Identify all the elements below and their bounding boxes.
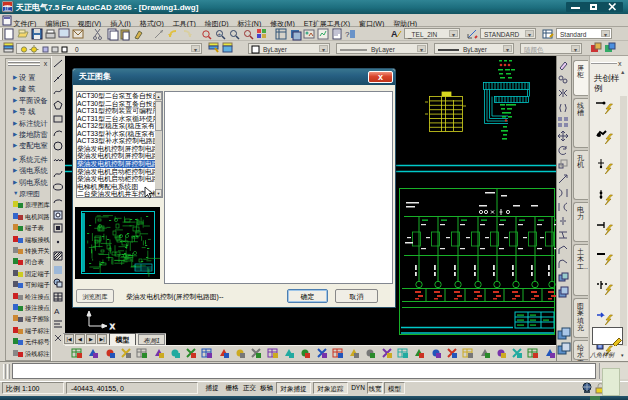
svg-text:正: 正 [4,4,11,11]
svg-text:X: X [110,323,115,330]
svg-text:?: ? [345,30,350,39]
svg-text:+: + [218,31,222,37]
svg-text:0: 0 [75,46,79,53]
svg-text:A: A [391,29,398,39]
svg-text:A: A [54,307,60,316]
